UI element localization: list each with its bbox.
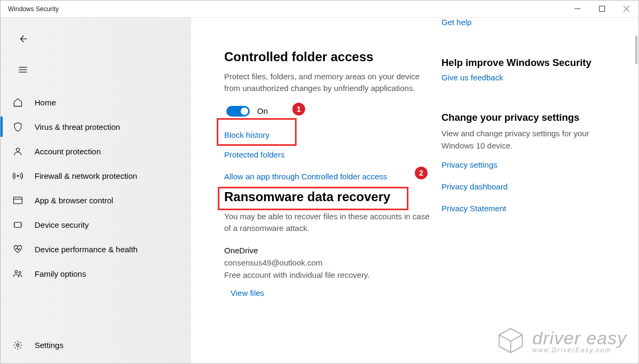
sidebar-item-label: Device security bbox=[35, 220, 89, 229]
account-plan: Free account with individual file recove… bbox=[224, 269, 431, 281]
page-title: Controlled folder access bbox=[224, 49, 431, 64]
privacy-description: View and change privacy settings for you… bbox=[441, 128, 619, 152]
window-title: Windows Security bbox=[8, 5, 59, 13]
svg-rect-1 bbox=[599, 6, 604, 12]
svg-rect-12 bbox=[14, 222, 21, 227]
link-feedback[interactable]: Give us feedback bbox=[441, 73, 619, 82]
main-column: Controlled folder access Protect files, … bbox=[191, 18, 436, 363]
link-privacy-dashboard[interactable]: Privacy dashboard bbox=[441, 182, 619, 191]
home-icon bbox=[12, 97, 23, 107]
aside-column: Get help Help improve Windows Security G… bbox=[436, 18, 638, 363]
person-icon bbox=[12, 146, 23, 156]
svg-point-19 bbox=[17, 344, 19, 346]
privacy-heading: Change your privacy settings bbox=[441, 112, 619, 123]
recovery-description: You may be able to recover files in thes… bbox=[224, 211, 431, 235]
improve-heading: Help improve Windows Security bbox=[441, 57, 619, 69]
svg-point-8 bbox=[16, 148, 19, 151]
back-button[interactable] bbox=[12, 28, 34, 49]
maximize-button[interactable] bbox=[589, 1, 614, 18]
svg-point-17 bbox=[14, 270, 17, 273]
sidebar-item-label: Device performance & health bbox=[35, 245, 137, 254]
cfa-toggle[interactable] bbox=[226, 106, 250, 117]
content-area: Controlled folder access Protect files, … bbox=[191, 18, 638, 363]
heart-icon bbox=[12, 244, 23, 254]
link-privacy-settings[interactable]: Privacy settings bbox=[441, 160, 619, 169]
browser-icon bbox=[12, 195, 23, 205]
sidebar-item-label: Settings bbox=[35, 341, 63, 350]
cfa-toggle-label: On bbox=[257, 106, 268, 115]
sidebar-item-settings[interactable]: Settings bbox=[1, 333, 191, 357]
link-protected-folders[interactable]: Protected folders bbox=[224, 150, 431, 159]
window-controls bbox=[565, 1, 638, 18]
link-block-history[interactable]: Block history bbox=[224, 130, 431, 139]
sidebar-item-performance[interactable]: Device performance & health bbox=[1, 237, 191, 261]
sidebar-item-label: Virus & threat protection bbox=[35, 122, 120, 131]
antenna-icon bbox=[12, 171, 23, 181]
link-get-help[interactable]: Get help bbox=[441, 18, 472, 27]
sidebar-item-firewall[interactable]: Firewall & network protection bbox=[1, 163, 191, 188]
svg-point-18 bbox=[19, 271, 21, 274]
family-icon bbox=[12, 269, 23, 279]
cfa-toggle-row: On bbox=[224, 102, 431, 121]
account-service: OneDrive bbox=[224, 244, 431, 257]
sidebar-item-home[interactable]: Home bbox=[1, 90, 191, 114]
sidebar-item-device-security[interactable]: Device security bbox=[1, 212, 191, 237]
svg-point-9 bbox=[17, 175, 18, 176]
gear-icon bbox=[12, 340, 23, 350]
close-button[interactable] bbox=[614, 1, 638, 18]
hamburger-button[interactable] bbox=[12, 59, 34, 80]
sidebar: Home Virus & threat protection Account p… bbox=[1, 18, 191, 363]
sidebar-item-app-browser[interactable]: App & browser control bbox=[1, 188, 191, 212]
scrollbar-thumb[interactable] bbox=[635, 36, 637, 64]
sidebar-item-account[interactable]: Account protection bbox=[1, 139, 191, 163]
sidebar-item-family[interactable]: Family options bbox=[1, 261, 191, 286]
sidebar-nav: Home Virus & threat protection Account p… bbox=[1, 90, 191, 286]
sidebar-item-label: Home bbox=[35, 98, 56, 107]
recovery-heading: Ransomware data recovery bbox=[224, 189, 431, 204]
sidebar-item-label: Firewall & network protection bbox=[35, 171, 137, 180]
link-view-files[interactable]: View files bbox=[231, 288, 431, 297]
page-description: Protect files, folders, and memory areas… bbox=[224, 71, 431, 94]
link-allow-app[interactable]: Allow an app through Controlled folder a… bbox=[224, 170, 431, 183]
sidebar-item-virus[interactable]: Virus & threat protection bbox=[1, 114, 191, 139]
link-privacy-statement[interactable]: Privacy Statement bbox=[441, 204, 619, 213]
svg-rect-10 bbox=[13, 197, 22, 204]
minimize-button[interactable] bbox=[565, 1, 589, 18]
sidebar-item-label: Account protection bbox=[35, 147, 101, 156]
shield-icon bbox=[12, 122, 23, 132]
chip-icon bbox=[12, 220, 23, 230]
titlebar: Windows Security bbox=[1, 1, 638, 18]
sidebar-item-label: App & browser control bbox=[35, 196, 113, 205]
account-email: consensus49@outlook.com bbox=[224, 257, 431, 269]
sidebar-item-label: Family options bbox=[35, 269, 86, 278]
